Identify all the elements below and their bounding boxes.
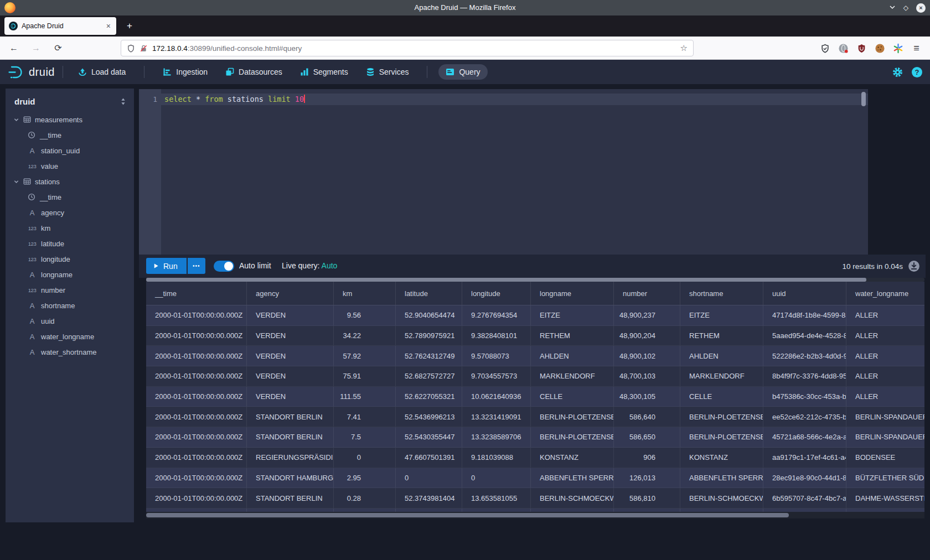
table-row: 2000-01-01T00:00:00.000ZVERDEN75.9152.68… bbox=[146, 366, 924, 387]
tree-column-stations-latitude[interactable]: 123latitude bbox=[6, 236, 134, 251]
table-cell: 111.55 bbox=[334, 387, 396, 407]
table-cell: 2000-01-01T00:00:00.000Z bbox=[146, 366, 247, 386]
column-name: station_uuid bbox=[41, 147, 80, 155]
tree-column-stations-agency[interactable]: Aagency bbox=[6, 205, 134, 220]
results-header-row: __timeagencykmlatitudelongitudelongnamen… bbox=[146, 282, 924, 305]
run-more-button[interactable]: ••• bbox=[188, 258, 205, 274]
column-header-agency[interactable]: agency bbox=[247, 282, 334, 305]
extension-shield-icon[interactable] bbox=[819, 43, 831, 54]
tab-close-icon[interactable]: × bbox=[105, 22, 112, 30]
column-name: longitude bbox=[41, 255, 70, 263]
play-icon bbox=[153, 263, 159, 269]
maximize-icon[interactable]: ◇ bbox=[903, 4, 908, 11]
url-bar[interactable]: 172.18.0.4:30899/unified-console.html#qu… bbox=[121, 40, 694, 56]
tree-column-stations-uuid[interactable]: Auuid bbox=[6, 313, 134, 329]
run-button[interactable]: Run bbox=[146, 258, 187, 274]
tree-column-stations-km[interactable]: 123km bbox=[6, 220, 134, 236]
menu-icon[interactable]: ≡ bbox=[911, 43, 922, 54]
tree-column-stations-water-shortname[interactable]: Awater_shortname bbox=[6, 344, 134, 360]
column-header-uuid[interactable]: uuid bbox=[763, 282, 846, 305]
auto-limit-toggle[interactable] bbox=[214, 261, 234, 272]
tracking-protection-shield-icon[interactable] bbox=[127, 44, 135, 53]
download-icon[interactable] bbox=[908, 260, 920, 272]
tree-column-measurements--time[interactable]: __time bbox=[6, 127, 134, 143]
table-cell: AHLDEN bbox=[680, 346, 763, 366]
insecure-lock-icon[interactable] bbox=[140, 44, 148, 53]
ublock-icon[interactable] bbox=[856, 43, 867, 54]
nav-item-segments[interactable]: Segments bbox=[293, 64, 355, 80]
number-type-icon: 123 bbox=[28, 241, 37, 247]
tree-column-stations--time[interactable]: __time bbox=[6, 189, 134, 205]
window-close-icon[interactable]: × bbox=[916, 3, 926, 13]
table-cell: STANDORT BERLIN bbox=[247, 488, 334, 508]
string-type-icon: A bbox=[28, 271, 37, 279]
query-editor[interactable]: 1 select * from stations limit 10 bbox=[139, 89, 868, 255]
chevron-down-icon bbox=[13, 117, 19, 123]
table-cell: 52.3743981404 bbox=[396, 488, 462, 508]
url-text[interactable]: 172.18.0.4:30899/unified-console.html#qu… bbox=[152, 44, 680, 53]
table-cell: ALLER bbox=[846, 366, 924, 386]
column-header-latitude[interactable]: latitude bbox=[396, 282, 462, 305]
table-cell: 2000-01-01T00:00:00.000Z bbox=[146, 326, 247, 346]
tree-column-measurements-station-uuid[interactable]: Astation_uuid bbox=[6, 143, 134, 158]
druid-logo[interactable]: druid bbox=[8, 65, 55, 79]
double-caret-sort-icon[interactable] bbox=[120, 97, 126, 107]
table-cell: ee52ce62-212c-4735-b4 bbox=[763, 407, 846, 427]
column-header-shortname[interactable]: shortname bbox=[680, 282, 763, 305]
tree-table-measurements[interactable]: measurements bbox=[6, 112, 134, 127]
nav-item-services[interactable]: Services bbox=[359, 64, 416, 80]
tree-table-stations[interactable]: stations bbox=[6, 174, 134, 189]
forward-button[interactable]: → bbox=[29, 41, 43, 55]
table-cell: 9.56 bbox=[334, 305, 396, 325]
schema-name: druid bbox=[6, 89, 134, 112]
table-cell: 9.181039088 bbox=[462, 448, 531, 468]
tree-column-stations-water-longname[interactable]: Awater_longname bbox=[6, 329, 134, 344]
nav-item-datasources[interactable]: Datasources bbox=[218, 64, 290, 80]
live-query-value[interactable]: Auto bbox=[322, 261, 338, 270]
tree-column-stations-longitude[interactable]: 123longitude bbox=[6, 251, 134, 267]
reload-button[interactable]: ⟳ bbox=[51, 41, 65, 55]
column-header--time[interactable]: __time bbox=[146, 282, 247, 305]
column-header-water-longname[interactable]: water_longname bbox=[846, 282, 924, 305]
bookmark-star-icon[interactable]: ☆ bbox=[680, 43, 688, 53]
editor-scrollbar-thumb[interactable] bbox=[861, 92, 866, 106]
pane-splitter[interactable] bbox=[146, 278, 866, 282]
browser-tab[interactable]: Apache Druid × bbox=[4, 17, 116, 35]
screen: Apache Druid — Mozilla Firefox ◇ × Apach… bbox=[0, 0, 930, 560]
table-cell: 52.6827572727 bbox=[396, 366, 462, 386]
extension-circle-icon[interactable] bbox=[838, 43, 849, 54]
column-name: agency bbox=[41, 209, 64, 217]
back-button[interactable]: ← bbox=[7, 41, 21, 55]
results-table: __timeagencykmlatitudelongitudelongnamen… bbox=[146, 282, 924, 512]
tree-column-stations-longname[interactable]: Alongname bbox=[6, 267, 134, 282]
tree-column-measurements-value[interactable]: 123value bbox=[6, 158, 134, 174]
cookie-icon[interactable] bbox=[874, 43, 886, 54]
extension-pinwheel-icon[interactable] bbox=[892, 43, 904, 54]
table-cell: RETHEM bbox=[531, 326, 614, 346]
column-header-longname[interactable]: longname bbox=[531, 282, 614, 305]
table-cell: 2.95 bbox=[334, 468, 396, 488]
nav-item-label: Ingestion bbox=[176, 68, 208, 76]
tree-column-stations-number[interactable]: 123number bbox=[6, 282, 134, 298]
column-header-km[interactable]: km bbox=[334, 282, 396, 305]
sql-code-line[interactable]: select * from stations limit 10 bbox=[164, 94, 305, 105]
nav-item-query[interactable]: Query bbox=[438, 64, 487, 80]
table-cell: 48,300,105 bbox=[614, 387, 680, 407]
column-header-number[interactable]: number bbox=[614, 282, 680, 305]
nav-item-ingestion[interactable]: Ingestion bbox=[156, 64, 215, 80]
tree-column-stations-shortname[interactable]: Ashortname bbox=[6, 298, 134, 313]
gear-icon[interactable] bbox=[892, 67, 903, 77]
nav-item-load-data[interactable]: Load data bbox=[71, 64, 133, 80]
column-header-longitude[interactable]: longitude bbox=[462, 282, 531, 305]
column-name: water_shortname bbox=[41, 348, 96, 356]
table-cell: 13.3231419091 bbox=[462, 407, 531, 427]
new-tab-button[interactable]: + bbox=[123, 19, 136, 33]
results-hscrollbar-thumb[interactable] bbox=[146, 513, 789, 517]
table-cell: 34.22 bbox=[334, 326, 396, 346]
druid-logo-text: druid bbox=[29, 66, 55, 79]
table-cell: BERLIN-SCHMOECKWIT bbox=[680, 488, 763, 508]
table-cell: 9.7034557573 bbox=[462, 366, 531, 386]
window-titlebar: Apache Druid — Mozilla Firefox ◇ × bbox=[0, 0, 930, 15]
chevron-down-icon[interactable] bbox=[889, 4, 896, 11]
help-icon[interactable]: ? bbox=[912, 67, 922, 77]
